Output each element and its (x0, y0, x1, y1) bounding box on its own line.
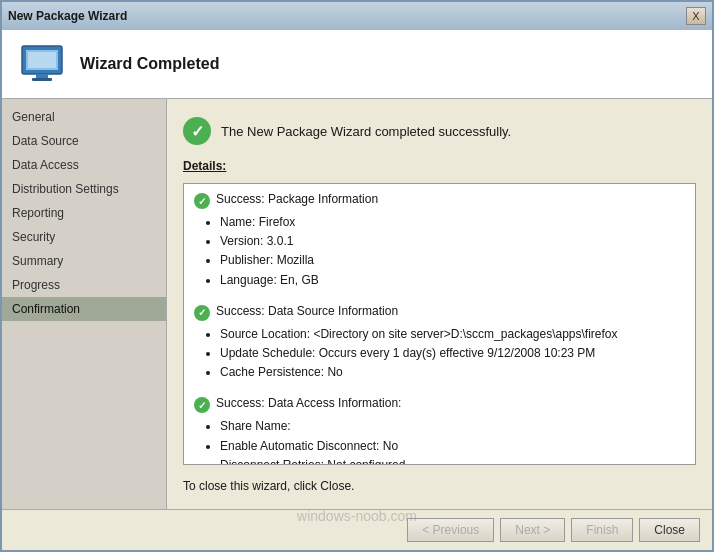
window-title: New Package Wizard (8, 9, 127, 23)
detail-success-row-1: Success: Package Information (194, 192, 685, 209)
detail-list-2: Source Location: <Directory on site serv… (220, 325, 685, 383)
sidebar-item-reporting[interactable]: Reporting (2, 201, 166, 225)
list-item: Language: En, GB (220, 271, 685, 290)
svg-rect-2 (36, 74, 48, 78)
success-message: The New Package Wizard completed success… (221, 124, 511, 139)
sidebar-item-security[interactable]: Security (2, 225, 166, 249)
next-button[interactable]: Next > (500, 518, 565, 542)
list-item: Publisher: Mozilla (220, 251, 685, 270)
sidebar: General Data Source Data Access Distribu… (2, 99, 167, 509)
small-check-icon-2 (194, 305, 210, 321)
wizard-header-title: Wizard Completed (80, 55, 219, 73)
sidebar-item-summary[interactable]: Summary (2, 249, 166, 273)
list-item: Name: Firefox (220, 213, 685, 232)
sidebar-item-general[interactable]: General (2, 105, 166, 129)
list-item: Update Schedule: Occurs every 1 day(s) e… (220, 344, 685, 363)
list-item: Source Location: <Directory on site serv… (220, 325, 685, 344)
content-area: The New Package Wizard completed success… (167, 99, 712, 509)
finish-button[interactable]: Finish (571, 518, 633, 542)
detail-list-3: Share Name: Enable Automatic Disconnect:… (220, 417, 685, 465)
detail-title-1: Success: Package Information (216, 192, 378, 206)
sidebar-item-distribution-settings[interactable]: Distribution Settings (2, 177, 166, 201)
details-label: Details: (183, 159, 696, 173)
wizard-header: Wizard Completed (2, 30, 712, 99)
previous-button[interactable]: < Previous (407, 518, 494, 542)
wizard-body: General Data Source Data Access Distribu… (2, 99, 712, 509)
title-bar: New Package Wizard X (2, 2, 712, 30)
small-check-icon-1 (194, 193, 210, 209)
sidebar-item-data-access[interactable]: Data Access (2, 153, 166, 177)
wizard-window: New Package Wizard X Wizard Completed Ge… (0, 0, 714, 552)
list-item: Share Name: (220, 417, 685, 436)
sidebar-item-progress[interactable]: Progress (2, 273, 166, 297)
wizard-footer: < Previous Next > Finish Close (2, 509, 712, 550)
window-close-button[interactable]: X (686, 7, 706, 25)
list-item: Cache Persistence: No (220, 363, 685, 382)
detail-success-row-3: Success: Data Access Information: (194, 396, 685, 413)
svg-rect-4 (28, 52, 56, 68)
detail-success-row-2: Success: Data Source Information (194, 304, 685, 321)
detail-section-dataaccess: Success: Data Access Information: Share … (194, 396, 685, 465)
list-item: Disconnect Retries: Not configured (220, 456, 685, 465)
detail-section-package: Success: Package Information Name: Firef… (194, 192, 685, 290)
wizard-header-icon (18, 40, 66, 88)
small-check-icon-3 (194, 397, 210, 413)
close-button[interactable]: Close (639, 518, 700, 542)
list-item: Version: 3.0.1 (220, 232, 685, 251)
detail-title-2: Success: Data Source Information (216, 304, 398, 318)
svg-rect-3 (32, 78, 52, 81)
list-item: Enable Automatic Disconnect: No (220, 437, 685, 456)
detail-section-datasource: Success: Data Source Information Source … (194, 304, 685, 383)
details-box[interactable]: Success: Package Information Name: Firef… (183, 183, 696, 465)
success-banner: The New Package Wizard completed success… (183, 113, 696, 149)
sidebar-item-confirmation[interactable]: Confirmation (2, 297, 166, 321)
close-hint: To close this wizard, click Close. (183, 475, 696, 495)
detail-list-1: Name: Firefox Version: 3.0.1 Publisher: … (220, 213, 685, 290)
success-check-icon (183, 117, 211, 145)
sidebar-item-data-source[interactable]: Data Source (2, 129, 166, 153)
detail-title-3: Success: Data Access Information: (216, 396, 401, 410)
